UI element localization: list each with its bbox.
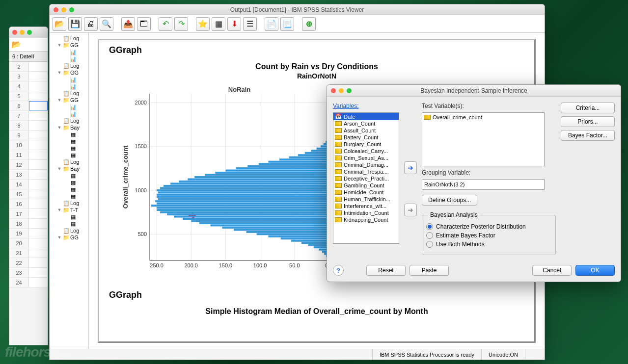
maximize-icon[interactable] bbox=[347, 88, 352, 93]
row-cell[interactable] bbox=[29, 140, 48, 150]
test-variable-item[interactable]: Overall_crime_count bbox=[424, 114, 543, 120]
row-cell[interactable] bbox=[29, 170, 48, 179]
variable-item[interactable]: Homicide_Count bbox=[333, 189, 399, 196]
dialog-titlebar[interactable]: Bayesian Independent-Sample Inference bbox=[327, 85, 621, 97]
collapse-icon[interactable]: ▼ bbox=[56, 208, 62, 212]
outline-item[interactable]: ▦ bbox=[50, 138, 88, 145]
collapse-icon[interactable]: ▼ bbox=[56, 70, 62, 75]
data-row[interactable]: 19 bbox=[9, 229, 48, 238]
data-row[interactable]: 9 bbox=[9, 130, 48, 140]
data-row[interactable]: 12 bbox=[9, 160, 48, 170]
outline-item[interactable]: ▦ bbox=[50, 131, 88, 138]
variable-item[interactable]: Interference_wit... bbox=[333, 203, 399, 209]
outline-item[interactable]: ▼📁Bay bbox=[50, 124, 88, 131]
row-cell[interactable] bbox=[29, 121, 48, 130]
outline-item[interactable]: ▦ bbox=[50, 186, 88, 193]
outline-item[interactable]: 📊 bbox=[50, 110, 88, 117]
goto-case-button[interactable]: ▦ bbox=[212, 17, 225, 31]
outline-item[interactable]: 📊 bbox=[50, 104, 88, 110]
row-cell[interactable] bbox=[29, 258, 48, 267]
collapse-icon[interactable]: ▼ bbox=[56, 98, 62, 103]
data-row[interactable]: 11 bbox=[9, 150, 48, 160]
export-button[interactable]: 📤 bbox=[121, 17, 135, 31]
data-row[interactable]: 8 bbox=[9, 121, 48, 130]
variable-item[interactable]: Human_Traffickin... bbox=[333, 196, 399, 203]
data-row[interactable]: 22 bbox=[9, 258, 48, 268]
minimize-icon[interactable] bbox=[20, 30, 25, 35]
data-row[interactable]: 18 bbox=[9, 219, 48, 229]
row-cell[interactable] bbox=[29, 189, 48, 199]
radio-option[interactable]: Characterize Posterior Distribution bbox=[426, 223, 551, 230]
outline-item[interactable]: ▼📁GG bbox=[50, 42, 88, 49]
outline-item[interactable]: ▼📁GG bbox=[50, 97, 88, 104]
variable-item[interactable]: Deceptive_Practi... bbox=[333, 175, 399, 182]
row-cell[interactable] bbox=[29, 111, 48, 120]
row-cell[interactable] bbox=[29, 101, 48, 110]
outline-item[interactable]: 📋Log bbox=[50, 158, 88, 165]
outline-item[interactable]: 📊 bbox=[50, 83, 88, 90]
priors-button[interactable]: Priors... bbox=[561, 116, 615, 127]
row-cell[interactable] bbox=[29, 268, 48, 277]
outline-item[interactable]: ▦ bbox=[50, 152, 88, 158]
variable-item[interactable]: Intimidation_Count bbox=[333, 209, 399, 216]
maximize-icon[interactable] bbox=[27, 30, 32, 35]
data-row[interactable]: 13 bbox=[9, 170, 48, 180]
outline-item[interactable]: ▼📁Bay bbox=[50, 165, 88, 172]
outline-item[interactable]: ▦ bbox=[50, 145, 88, 152]
test-variables-listbox[interactable]: Overall_crime_count bbox=[422, 112, 545, 166]
define-groups-button[interactable]: Define Groups... bbox=[422, 195, 477, 206]
variable-item[interactable]: Arson_Count bbox=[333, 120, 399, 127]
outline-item[interactable]: ▼📁GG bbox=[50, 234, 88, 241]
collapse-icon[interactable]: ▼ bbox=[56, 166, 62, 171]
outline-item[interactable]: 📋Log bbox=[50, 117, 88, 124]
save-button[interactable]: 💾 bbox=[68, 17, 82, 31]
collapse-icon[interactable]: ▼ bbox=[56, 43, 62, 48]
minimize-icon[interactable] bbox=[61, 7, 66, 12]
row-cell[interactable] bbox=[29, 238, 48, 248]
close-icon[interactable] bbox=[12, 30, 17, 35]
select-last-button[interactable]: ☰ bbox=[243, 17, 257, 31]
variable-item[interactable]: Gambling_Count bbox=[333, 182, 399, 189]
outline-item[interactable]: ▦ bbox=[50, 172, 88, 179]
move-to-test-button[interactable]: ➜ bbox=[404, 161, 417, 174]
data-row[interactable]: 14 bbox=[9, 180, 48, 189]
row-cell[interactable] bbox=[29, 130, 48, 140]
data-row[interactable]: 5 bbox=[9, 91, 48, 101]
row-cell[interactable] bbox=[29, 91, 48, 101]
row-cell[interactable] bbox=[29, 248, 48, 258]
bayes-factor-button[interactable]: Bayes Factor... bbox=[561, 130, 615, 141]
radio-option[interactable]: Estimate Bayes Factor bbox=[426, 232, 551, 239]
outline-item[interactable]: ▦ bbox=[50, 193, 88, 200]
outline-item[interactable]: ▦ bbox=[50, 179, 88, 186]
variable-item[interactable]: Kidnapping_Count bbox=[333, 216, 399, 223]
outline-item[interactable]: 📊 bbox=[50, 49, 88, 55]
radio-option[interactable]: Use Both Methods bbox=[426, 241, 551, 248]
dialog-recall-button[interactable]: 🗔 bbox=[137, 17, 151, 31]
row-cell[interactable] bbox=[29, 72, 48, 81]
outline-panel[interactable]: 📋Log▼📁GG📊📊📋Log▼📁GG📊📊📋Log▼📁GG📊📊📋Log▼📁Bay▦… bbox=[50, 33, 89, 349]
row-cell[interactable] bbox=[29, 160, 48, 169]
paste-button[interactable]: Paste bbox=[410, 265, 449, 276]
close-icon[interactable] bbox=[54, 7, 58, 12]
variable-item[interactable]: Burglary_Count bbox=[333, 141, 399, 148]
outline-item[interactable]: 📊 bbox=[50, 76, 88, 83]
print-button[interactable]: 🖨 bbox=[84, 17, 98, 31]
row-cell[interactable] bbox=[29, 209, 48, 218]
data-row[interactable]: 3 bbox=[9, 72, 48, 81]
outline-item[interactable]: 📋Log bbox=[50, 62, 88, 69]
move-to-grouping-button[interactable]: ➜ bbox=[404, 204, 417, 216]
outline-item[interactable]: ▼📁T-T bbox=[50, 207, 88, 213]
criteria-button[interactable]: Criteria... bbox=[561, 103, 615, 113]
collapse-icon[interactable]: ▼ bbox=[56, 125, 62, 130]
row-cell[interactable] bbox=[29, 229, 48, 238]
data-row[interactable]: 17 bbox=[9, 209, 48, 219]
data-row[interactable]: 20 bbox=[9, 238, 48, 248]
data-row[interactable]: 6 bbox=[9, 101, 48, 111]
variable-item[interactable]: Colcealed_Carry... bbox=[333, 148, 399, 155]
outline-item[interactable]: 📋Log bbox=[50, 35, 88, 42]
open-folder-icon[interactable]: 📂 bbox=[11, 40, 21, 49]
outline-item[interactable]: 📊 bbox=[50, 55, 88, 62]
variable-item[interactable]: Assult_Count bbox=[333, 127, 399, 134]
row-cell[interactable] bbox=[29, 62, 48, 71]
undo-button[interactable]: ↶ bbox=[159, 17, 172, 31]
